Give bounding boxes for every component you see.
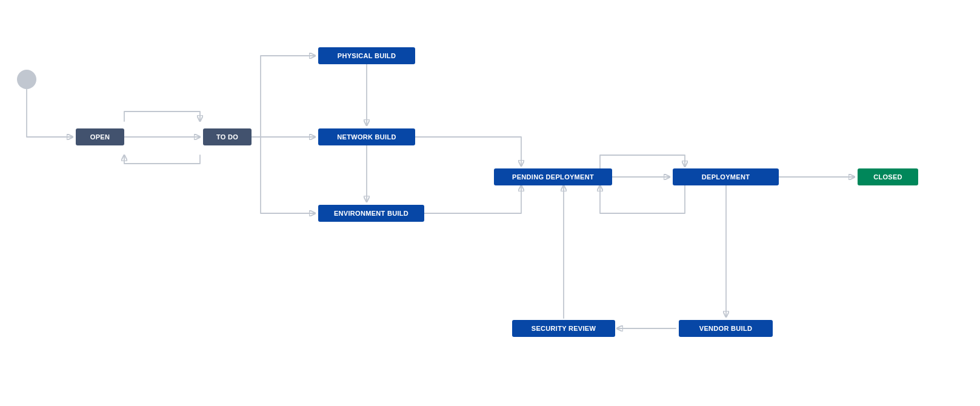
workflow-edge bbox=[124, 111, 200, 121]
workflow-start-node[interactable] bbox=[17, 70, 36, 89]
workflow-node-label: NETWORK BUILD bbox=[337, 133, 396, 141]
workflow-node-todo[interactable]: TO DO bbox=[203, 128, 252, 145]
workflow-node-label: CLOSED bbox=[873, 173, 902, 181]
workflow-edges bbox=[0, 0, 980, 406]
workflow-node-physical-build[interactable]: PHYSICAL BUILD bbox=[318, 47, 415, 64]
workflow-node-pending-deployment[interactable]: PENDING DEPLOYMENT bbox=[494, 168, 612, 185]
workflow-edge bbox=[415, 137, 521, 166]
workflow-node-open[interactable]: OPEN bbox=[76, 128, 124, 145]
workflow-node-closed[interactable]: CLOSED bbox=[858, 168, 918, 185]
workflow-edge bbox=[252, 56, 315, 137]
workflow-edge bbox=[252, 137, 315, 213]
workflow-node-label: DEPLOYMENT bbox=[702, 173, 750, 181]
workflow-node-network-build[interactable]: NETWORK BUILD bbox=[318, 128, 415, 145]
workflow-edge bbox=[600, 185, 685, 213]
workflow-node-label: TO DO bbox=[216, 133, 238, 141]
workflow-node-label: PHYSICAL BUILD bbox=[338, 52, 396, 59]
workflow-edge bbox=[27, 89, 73, 137]
workflow-node-label: OPEN bbox=[90, 133, 110, 141]
workflow-node-label: SECURITY REVIEW bbox=[532, 325, 596, 332]
workflow-node-environment-build[interactable]: ENVIRONMENT BUILD bbox=[318, 205, 424, 222]
workflow-node-vendor-build[interactable]: VENDOR BUILD bbox=[679, 320, 773, 337]
workflow-node-label: ENVIRONMENT BUILD bbox=[334, 210, 408, 217]
workflow-node-deployment[interactable]: DEPLOYMENT bbox=[673, 168, 779, 185]
workflow-node-label: VENDOR BUILD bbox=[699, 325, 752, 332]
workflow-edge bbox=[600, 155, 685, 170]
workflow-edge bbox=[424, 185, 521, 213]
workflow-diagram: OPENTO DOPHYSICAL BUILDNETWORK BUILDENVI… bbox=[0, 0, 980, 406]
workflow-node-security-review[interactable]: SECURITY REVIEW bbox=[512, 320, 615, 337]
workflow-edge bbox=[124, 155, 200, 164]
workflow-node-label: PENDING DEPLOYMENT bbox=[512, 173, 594, 181]
